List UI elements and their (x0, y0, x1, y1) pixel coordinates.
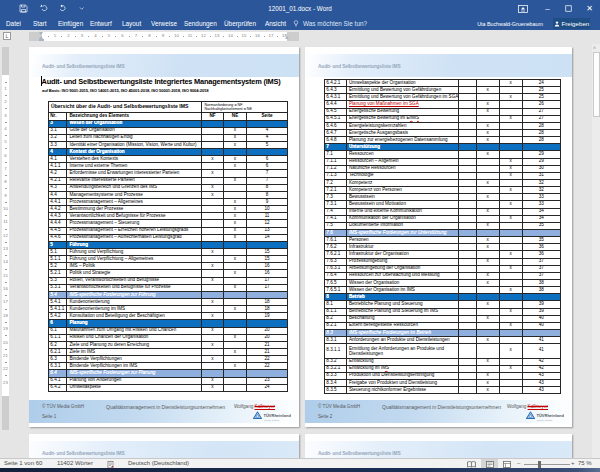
svg-text:TÜVRheinland®: TÜVRheinland® (264, 413, 292, 418)
svg-text:Genau. Richtig.: Genau. Richtig. (537, 419, 553, 421)
svg-text:TÜVRheinland®: TÜVRheinland® (537, 413, 565, 418)
svg-text:Genau. Richtig.: Genau. Richtig. (264, 419, 280, 421)
